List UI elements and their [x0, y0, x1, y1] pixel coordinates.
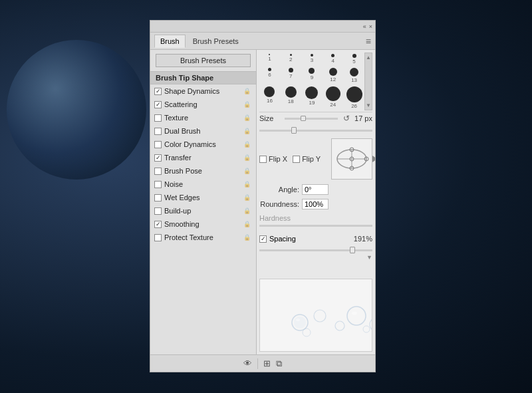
angle-input[interactable] [302, 184, 329, 195]
option-brush-pose[interactable]: Brush Pose🔒 [150, 164, 256, 178]
lock-transfer[interactable]: 🔒 [243, 154, 251, 161]
flip-y-label: Flip Y [302, 155, 321, 163]
brush-label-10: 16 [267, 98, 273, 104]
close-button[interactable]: × [369, 23, 372, 30]
brush-item-9[interactable]: 13 [344, 66, 364, 84]
brush-item-7[interactable]: 9 [302, 66, 323, 84]
option-noise[interactable]: Noise🔒 [150, 178, 256, 191]
label-protect-texture: Protect Texture [164, 233, 213, 241]
lock-protect-texture[interactable]: 🔒 [243, 234, 251, 241]
lock-color-dynamics[interactable]: 🔒 [243, 141, 251, 148]
brush-presets-button[interactable]: Brush Presets [156, 54, 251, 67]
preview-svg [260, 279, 372, 351]
spacing-checkbox[interactable]: ✓ [259, 235, 267, 243]
brush-dot-11 [285, 86, 297, 98]
tab-brush[interactable]: Brush [154, 35, 186, 48]
grid-icon[interactable]: ⊞ [263, 358, 271, 368]
flip-y-checkbox[interactable] [293, 156, 300, 163]
size-track[interactable] [259, 130, 372, 132]
brush-item-11[interactable]: 18 [281, 85, 301, 110]
brush-item-1[interactable]: 2 [281, 53, 301, 66]
checkbox-shape-dynamics[interactable]: ✓ [154, 88, 162, 95]
lock-texture[interactable]: 🔒 [243, 114, 251, 121]
label-scattering: Scattering [164, 100, 198, 108]
lock-smoothing[interactable]: 🔒 [243, 221, 251, 227]
option-dual-brush[interactable]: Dual Brush🔒 [150, 124, 256, 138]
brush-item-14[interactable]: 26 [344, 85, 364, 110]
roundness-input[interactable] [302, 199, 329, 209]
eye-icon[interactable]: 👁 [243, 358, 252, 368]
scroll-down-arrow[interactable]: ▼ [366, 101, 371, 110]
svg-point-10 [335, 321, 344, 330]
checkbox-wet-edges[interactable] [154, 194, 162, 201]
lock-dual-brush[interactable]: 🔒 [243, 128, 251, 134]
option-scattering[interactable]: ✓Scattering🔒 [150, 98, 256, 111]
svg-point-15 [303, 328, 311, 336]
lock-noise[interactable]: 🔒 [243, 181, 251, 188]
checkbox-build-up[interactable] [154, 207, 162, 215]
option-build-up[interactable]: Build-up🔒 [150, 204, 256, 217]
hardness-label: Hardness [259, 214, 372, 222]
option-protect-texture[interactable]: Protect Texture🔒 [150, 231, 256, 244]
checkbox-protect-texture[interactable] [154, 234, 162, 241]
hardness-slider[interactable] [259, 225, 372, 227]
size-slider-thumb[interactable] [301, 116, 306, 121]
spacing-track[interactable] [259, 249, 372, 251]
lock-brush-pose[interactable]: 🔒 [243, 168, 251, 174]
brush-panel: « × Brush Brush Presets ≡ Brush Presets … [150, 20, 376, 372]
tab-brush-presets[interactable]: Brush Presets [187, 35, 245, 48]
size-track-thumb[interactable] [291, 127, 297, 134]
brush-label-6: 7 [289, 73, 292, 79]
brush-item-8[interactable]: 12 [323, 66, 343, 84]
checkbox-brush-pose[interactable] [154, 168, 162, 175]
label-texture: Texture [164, 114, 188, 122]
option-color-dynamics[interactable]: Color Dynamics🔒 [150, 138, 256, 151]
brush-item-3[interactable]: 4 [323, 53, 343, 66]
checkbox-transfer[interactable]: ✓ [154, 154, 162, 162]
brush-item-10[interactable]: 16 [259, 85, 280, 110]
option-smoothing[interactable]: ✓Smoothing🔒 [150, 217, 256, 231]
lock-shape-dynamics[interactable]: 🔒 [243, 88, 251, 94]
spacing-thumb[interactable] [350, 247, 355, 253]
checkbox-noise[interactable] [154, 181, 162, 188]
brush-item-13[interactable]: 24 [323, 85, 343, 110]
checkbox-texture[interactable] [154, 114, 162, 122]
size-label: Size [259, 114, 279, 122]
size-slider[interactable] [285, 118, 338, 120]
size-slider-container [259, 126, 372, 136]
option-shape-dynamics[interactable]: ✓Shape Dynamics🔒 [150, 84, 256, 98]
option-texture[interactable]: Texture🔒 [150, 111, 256, 124]
panel-menu-icon[interactable]: ≡ [366, 36, 371, 47]
svg-point-9 [314, 310, 326, 322]
svg-point-8 [294, 317, 306, 328]
brush-item-2[interactable]: 3 [302, 53, 323, 66]
brush-item-0[interactable]: 1 [259, 53, 280, 66]
preview-area [259, 279, 372, 352]
checkbox-smoothing[interactable]: ✓ [154, 221, 162, 228]
options-list: ✓Shape Dynamics🔒✓Scattering🔒Texture🔒Dual… [150, 84, 256, 244]
option-transfer[interactable]: ✓Transfer🔒 [150, 151, 256, 164]
brush-item-12[interactable]: 19 [302, 85, 323, 110]
label-brush-pose: Brush Pose [164, 167, 202, 175]
collapse-button[interactable]: « [363, 23, 366, 30]
section-header: Brush Tip Shape [150, 71, 256, 84]
lock-wet-edges[interactable]: 🔒 [243, 194, 251, 201]
flip-x-container: Flip X [259, 155, 287, 163]
checkbox-scattering[interactable]: ✓ [154, 101, 162, 108]
lock-scattering[interactable]: 🔒 [243, 101, 251, 108]
brush-scrollbar[interactable]: ▲ ▼ [364, 53, 372, 110]
brush-item-5[interactable]: 6 [259, 66, 280, 84]
flip-x-checkbox[interactable] [259, 156, 267, 163]
reset-icon[interactable]: ↺ [343, 114, 350, 123]
layers-icon[interactable]: ⧉ [276, 358, 282, 369]
brush-label-5: 6 [268, 72, 271, 78]
brush-item-4[interactable]: 5 [344, 53, 364, 66]
brush-item-6[interactable]: 7 [281, 66, 301, 84]
checkbox-color-dynamics[interactable] [154, 141, 162, 148]
option-wet-edges[interactable]: Wet Edges🔒 [150, 191, 256, 204]
brush-dot-14 [346, 86, 362, 102]
checkbox-dual-brush[interactable] [154, 128, 162, 135]
brush-dot-4 [352, 54, 356, 58]
scroll-up-arrow[interactable]: ▲ [366, 53, 371, 62]
lock-build-up[interactable]: 🔒 [243, 207, 251, 214]
